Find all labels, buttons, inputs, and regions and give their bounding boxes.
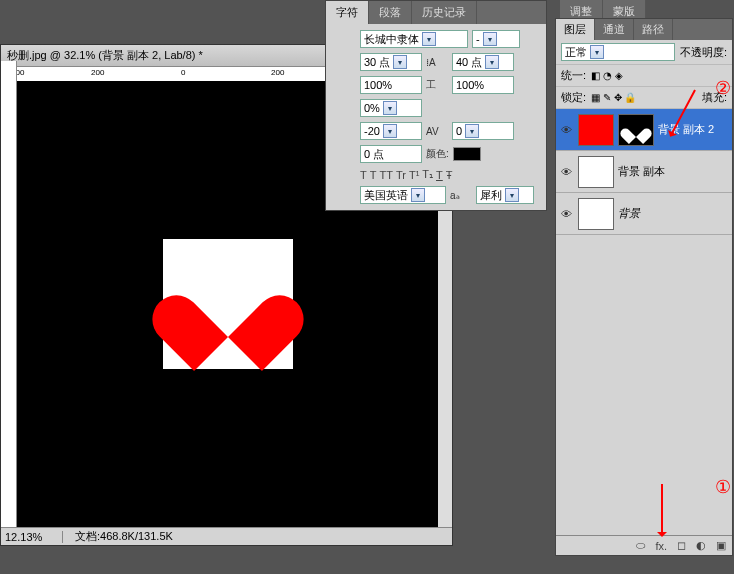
antialias-select[interactable]: 犀利▾ — [476, 186, 534, 204]
font-family-select[interactable]: 长城中隶体▾ — [360, 30, 468, 48]
zoom-level[interactable]: 12.13% — [1, 531, 63, 543]
lock-buttons[interactable]: ▦ ✎ ✥ 🔒 — [591, 92, 636, 103]
layer-name[interactable]: 背景 — [618, 206, 640, 221]
style-sub[interactable]: T₁ — [422, 168, 433, 181]
layer-item[interactable]: 👁 背景 — [556, 193, 732, 235]
annotation-1: ① — [715, 476, 731, 498]
unify-icons[interactable]: ◧ ◔ ◈ — [591, 70, 623, 81]
tracking-right-select[interactable]: 0▾ — [452, 122, 514, 140]
style-italic[interactable]: T — [370, 169, 377, 181]
language-select[interactable]: 美国英语▾ — [360, 186, 446, 204]
layers-tabs: 图层 通道 路径 — [556, 19, 732, 40]
leading-select[interactable]: 40 点▾ — [452, 53, 514, 71]
layer-name[interactable]: 背景 副本 — [618, 164, 665, 179]
blend-mode-select[interactable]: 正常▾ — [561, 43, 675, 61]
layer-item[interactable]: 👁 背景 副本 — [556, 151, 732, 193]
tracking-select[interactable]: -20▾ — [360, 122, 422, 140]
ruler-vertical[interactable] — [1, 61, 17, 527]
style-super[interactable]: T¹ — [409, 169, 419, 181]
adjustment-layer-icon[interactable]: ◐ — [696, 539, 706, 552]
style-caps[interactable]: TT — [379, 169, 392, 181]
baseline-shift-input[interactable]: 0 点 — [360, 145, 422, 163]
add-mask-icon[interactable]: ◻ — [677, 539, 686, 552]
style-bold[interactable]: T — [360, 169, 367, 181]
baseline-pct-select[interactable]: 0%▾ — [360, 99, 422, 117]
hscale-input[interactable]: 100% — [452, 76, 514, 94]
visibility-icon[interactable]: 👁 — [558, 208, 574, 220]
layer-item[interactable]: 👁 背景 副本 2 — [556, 109, 732, 151]
layer-thumbnail[interactable] — [578, 198, 614, 230]
style-smallcaps[interactable]: Tr — [396, 169, 406, 181]
style-underline[interactable]: T — [436, 169, 443, 181]
tracking-right-icon: AV — [426, 126, 448, 137]
mask-thumbnail[interactable] — [618, 114, 654, 146]
layers-footer: ⬭ fx. ◻ ◐ ▣ — [556, 535, 732, 555]
text-color-swatch[interactable] — [453, 147, 481, 161]
style-strike[interactable]: Ŧ — [446, 169, 453, 181]
tab-channels[interactable]: 通道 — [595, 19, 634, 40]
font-size-select[interactable]: 30 点▾ — [360, 53, 422, 71]
character-panel: 字符 段落 历史记录 ✲ ᵢT IT あ AV Aª 长城中隶体▾ -▾ 30 … — [325, 0, 547, 211]
status-bar: 12.13% 文档:468.8K/131.5K — [1, 527, 452, 545]
tab-layers[interactable]: 图层 — [556, 19, 595, 40]
layer-thumbnail[interactable] — [578, 156, 614, 188]
file-size-info[interactable]: 文档:468.8K/131.5K — [63, 529, 173, 544]
visibility-icon[interactable]: 👁 — [558, 166, 574, 178]
text-style-buttons: T T TT Tr T¹ T₁ T Ŧ — [360, 168, 540, 181]
tab-paths[interactable]: 路径 — [634, 19, 673, 40]
tab-character[interactable]: 字符 — [326, 1, 369, 24]
hscale-icon: 工 — [426, 78, 448, 92]
font-style-select[interactable]: -▾ — [472, 30, 520, 48]
heart-shape — [183, 264, 273, 344]
unify-label: 统一: — [561, 68, 586, 83]
layers-panel: 图层 通道 路径 正常▾ 不透明度: 统一: ◧ ◔ ◈ 锁定: ▦ ✎ ✥ 🔒… — [555, 18, 733, 556]
leading-icon: ⁞A — [426, 57, 448, 68]
tab-paragraph[interactable]: 段落 — [369, 1, 412, 24]
opacity-label: 不透明度: — [680, 45, 727, 60]
vscale-input[interactable]: 100% — [360, 76, 422, 94]
color-label: 颜色: — [426, 147, 449, 161]
arrow-1-icon — [661, 484, 663, 534]
tab-history[interactable]: 历史记录 — [412, 1, 477, 24]
char-panel-tabs: 字符 段落 历史记录 — [326, 1, 546, 24]
annotation-2: ② — [715, 77, 731, 99]
layer-thumbnail[interactable] — [578, 114, 614, 146]
visibility-icon[interactable]: 👁 — [558, 124, 574, 136]
antialias-icon: aₐ — [450, 190, 472, 201]
link-layers-icon[interactable]: ⬭ — [636, 539, 645, 552]
lock-label: 锁定: — [561, 90, 586, 105]
artwork-bg — [163, 239, 293, 369]
new-layer-icon[interactable]: ▣ — [716, 539, 726, 552]
layer-list: 👁 背景 副本 2 👁 背景 副本 👁 背景 — [556, 109, 732, 235]
